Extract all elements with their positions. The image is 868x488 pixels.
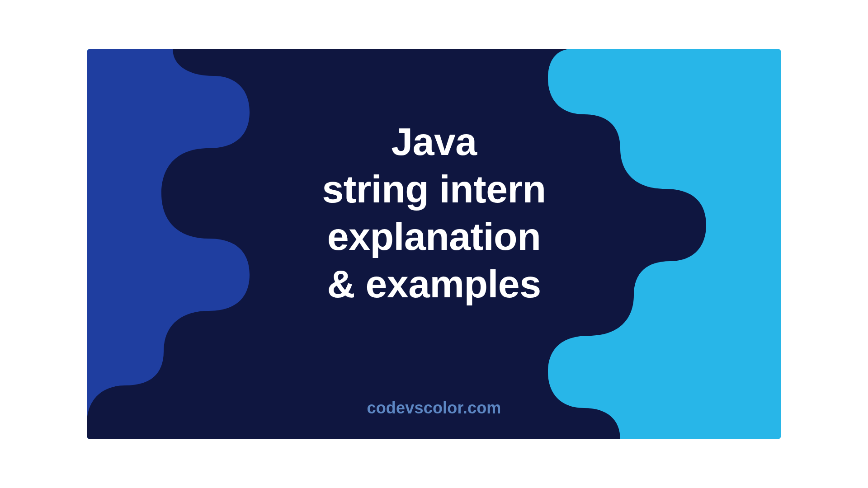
hero-card: Java string intern explanation & example…: [87, 49, 781, 439]
footer-site-link: codevscolor.com: [367, 399, 501, 418]
title-line-4: & examples: [327, 262, 541, 305]
page: Java string intern explanation & example…: [0, 0, 868, 488]
title-line-3: explanation: [327, 215, 541, 258]
title-line-1: Java: [391, 120, 476, 163]
title-line-2: string intern: [322, 167, 546, 211]
hero-title: Java string intern explanation & example…: [322, 118, 546, 308]
